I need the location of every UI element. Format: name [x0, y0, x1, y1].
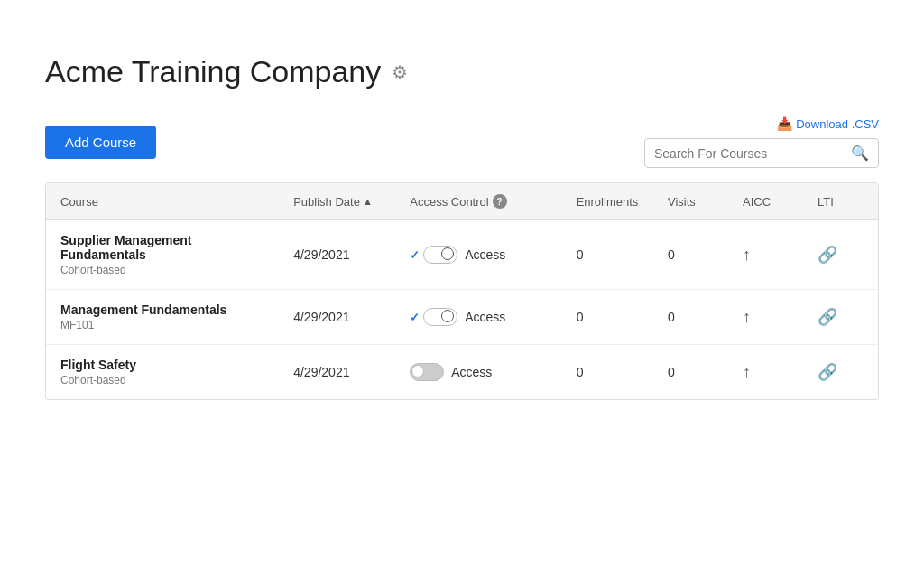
- access-label: Access: [465, 247, 505, 262]
- access-label: Access: [465, 310, 505, 324]
- courses-table-container: Course Publish Date ▲ Access Control ?: [45, 182, 879, 400]
- page-wrapper: Acme Training Company ⚙ Add Course 📥 Dow…: [0, 0, 924, 436]
- lti-0: 🔗: [803, 220, 878, 290]
- access-control-0: ✓ Access: [395, 220, 561, 290]
- lti-link-icon[interactable]: 🔗: [818, 363, 837, 381]
- col-header-lti: LTI: [803, 183, 878, 220]
- visits-0: 0: [653, 220, 728, 290]
- access-toggle[interactable]: [410, 363, 444, 381]
- add-course-button[interactable]: Add Course: [45, 126, 156, 159]
- toggle-wrap: Access: [410, 363, 547, 381]
- table-row: Flight Safety Cohort-based 4/29/2021 Acc…: [46, 345, 878, 400]
- download-csv-link[interactable]: 📥 Download .CSV: [777, 116, 879, 131]
- course-name: Flight Safety: [60, 358, 264, 372]
- access-toggle[interactable]: [423, 308, 457, 326]
- visits-1: 0: [653, 290, 728, 345]
- toggle-check: ✓: [410, 248, 420, 262]
- lti-2: 🔗: [803, 345, 878, 400]
- course-name: Supplier Management Fundamentals: [60, 233, 264, 262]
- page-title: Acme Training Company: [45, 54, 381, 89]
- access-control-2: Access: [395, 345, 561, 400]
- course-cell-1: Management Fundamentals MF101: [46, 290, 279, 345]
- help-icon: ?: [493, 194, 507, 209]
- course-cell-2: Flight Safety Cohort-based: [46, 345, 279, 400]
- toggle-wrap: ✓ Access: [410, 308, 547, 326]
- visits-2: 0: [653, 345, 728, 400]
- toolbar: Add Course 📥 Download .CSV 🔍: [45, 116, 879, 168]
- aicc-upload-icon[interactable]: ↑: [743, 246, 751, 264]
- search-box: 🔍: [644, 138, 879, 168]
- enrollments-2: 0: [562, 345, 653, 400]
- course-sub: Cohort-based: [60, 264, 264, 276]
- course-name: Management Fundamentals: [60, 303, 264, 317]
- page-title-row: Acme Training Company ⚙: [45, 54, 879, 89]
- publish-date-2: 4/29/2021: [279, 345, 395, 400]
- access-toggle[interactable]: [423, 246, 457, 264]
- course-cell-0: Supplier Management Fundamentals Cohort-…: [46, 220, 279, 290]
- table-header-row: Course Publish Date ▲ Access Control ?: [46, 183, 878, 220]
- search-input[interactable]: [654, 146, 847, 161]
- col-header-course: Course: [46, 183, 279, 220]
- publish-date-0: 4/29/2021: [279, 220, 395, 290]
- download-label: Download .CSV: [796, 117, 879, 131]
- col-header-enrollments: Enrollments: [562, 183, 653, 220]
- table-row: Supplier Management Fundamentals Cohort-…: [46, 220, 878, 290]
- toolbar-right: 📥 Download .CSV 🔍: [644, 116, 879, 168]
- publish-date-1: 4/29/2021: [279, 290, 395, 345]
- courses-table: Course Publish Date ▲ Access Control ?: [46, 183, 878, 399]
- search-icon: 🔍: [851, 144, 869, 162]
- toggle-check: ✓: [410, 311, 420, 324]
- enrollments-1: 0: [562, 290, 653, 345]
- table-body: Supplier Management Fundamentals Cohort-…: [46, 220, 878, 400]
- aicc-1: ↑: [728, 290, 803, 345]
- table-row: Management Fundamentals MF101 4/29/2021 …: [46, 290, 878, 345]
- aicc-0: ↑: [728, 220, 803, 290]
- aicc-upload-icon[interactable]: ↑: [743, 308, 751, 326]
- sort-icon: ▲: [363, 196, 373, 207]
- col-header-visits: Visits: [653, 183, 728, 220]
- toggle-wrap: ✓ Access: [410, 246, 547, 264]
- enrollments-0: 0: [562, 220, 653, 290]
- access-control-1: ✓ Access: [395, 290, 561, 345]
- lti-1: 🔗: [803, 290, 878, 345]
- col-header-publish[interactable]: Publish Date ▲: [279, 183, 395, 220]
- lti-link-icon[interactable]: 🔗: [818, 246, 837, 264]
- aicc-upload-icon[interactable]: ↑: [743, 363, 751, 381]
- access-label: Access: [451, 365, 492, 379]
- col-header-access: Access Control ?: [395, 183, 561, 220]
- course-sub: MF101: [60, 319, 264, 331]
- download-icon: 📥: [777, 116, 792, 131]
- aicc-2: ↑: [728, 345, 803, 400]
- lti-link-icon[interactable]: 🔗: [818, 308, 837, 326]
- col-header-aicc: AICC: [728, 183, 803, 220]
- gear-icon[interactable]: ⚙: [392, 61, 408, 83]
- course-sub: Cohort-based: [60, 374, 264, 387]
